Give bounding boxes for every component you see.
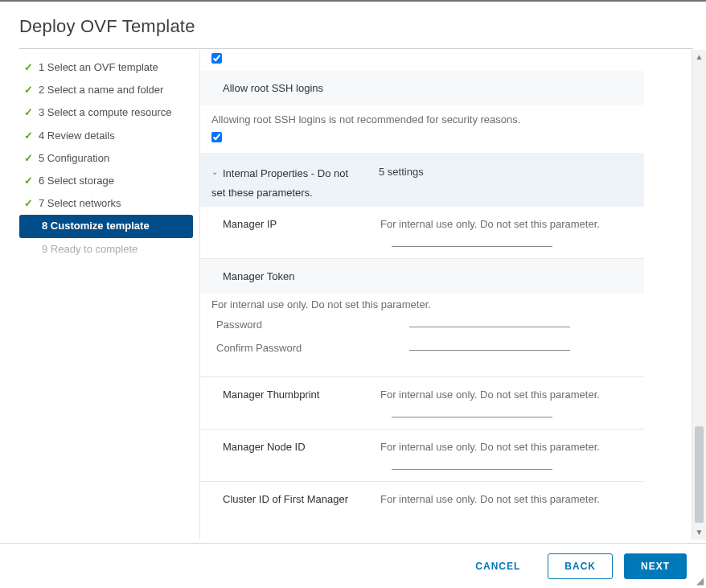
manager-ip-desc: For internal use only. Do not set this p… — [380, 218, 633, 230]
step-4[interactable]: ✓4 Review details — [19, 125, 193, 147]
confirm-password-label: Confirm Password — [216, 342, 409, 354]
step-7[interactable]: ✓7 Select networks — [19, 192, 193, 215]
deploy-ovf-dialog: Deploy OVF Template ✓1 Select an OVF tem… — [0, 0, 706, 588]
password-label: Password — [216, 319, 409, 331]
scroll-up-arrow-icon[interactable]: ▲ — [692, 50, 706, 64]
checkbox-row-ssh — [200, 129, 644, 153]
manager-ip-label: Manager IP — [211, 218, 380, 230]
allow-ssh-note: Allowing root SSH logins is not recommen… — [200, 105, 644, 129]
allow-ssh-row: Allow root SSH logins — [200, 71, 644, 105]
manager-node-desc: For internal use only. Do not set this p… — [380, 441, 633, 453]
manager-node-id-property: Manager Node ID For internal use only. D… — [200, 430, 644, 482]
dialog-footer: CANCEL BACK NEXT — [0, 543, 706, 588]
step-9: 9 Ready to complete — [19, 238, 193, 261]
top-checkbox[interactable] — [211, 53, 222, 64]
back-button[interactable]: BACK — [548, 553, 613, 579]
step-3[interactable]: ✓3 Select a compute resource — [19, 101, 193, 124]
check-icon: ✓ — [24, 196, 34, 211]
manager-thumb-label: Manager Thumbprint — [211, 389, 380, 401]
group-title-line2: set these parameters. — [211, 182, 633, 199]
cluster-id-desc: For internal use only. Do not set this p… — [380, 493, 633, 505]
manager-token-label: Manager Token — [211, 270, 633, 282]
cluster-id-label: Cluster ID of First Manager — [211, 493, 380, 505]
next-button[interactable]: NEXT — [624, 553, 687, 579]
checkbox-row-top — [200, 50, 644, 71]
main-wrap: Allow root SSH logins Allowing root SSH … — [199, 50, 706, 540]
wizard-steps: ✓1 Select an OVF template ✓2 Select a na… — [0, 50, 199, 540]
manager-thumb-input[interactable] — [392, 417, 552, 417]
step-2[interactable]: ✓2 Select a name and folder — [19, 79, 193, 101]
group-count: 5 settings — [379, 166, 424, 178]
chevron-down-icon: ⌄ — [211, 166, 218, 176]
vertical-scrollbar[interactable]: ▲ ▼ — [692, 50, 706, 540]
step-6[interactable]: ✓6 Select storage — [19, 170, 193, 192]
manager-thumb-desc: For internal use only. Do not set this p… — [380, 389, 633, 401]
check-icon: ✓ — [24, 129, 34, 143]
step-8-current[interactable]: 8 Customize template — [19, 215, 193, 237]
step-1[interactable]: ✓1 Select an OVF template — [19, 56, 193, 79]
scroll-down-arrow-icon[interactable]: ▼ — [692, 525, 706, 540]
scrollbar-track[interactable] — [692, 64, 706, 525]
cancel-button[interactable]: CANCEL — [459, 553, 536, 579]
dialog-body: ✓1 Select an OVF template ✓2 Select a na… — [0, 50, 706, 540]
manager-node-label: Manager Node ID — [211, 441, 380, 453]
confirm-password-input[interactable] — [409, 350, 570, 351]
divider — [19, 48, 693, 49]
group-title-line1: Internal Properties - Do not — [223, 166, 379, 182]
allow-ssh-checkbox[interactable] — [211, 132, 222, 142]
internal-properties-group-header[interactable]: ⌄ Internal Properties - Do not 5 setting… — [200, 153, 644, 207]
scrollbar-thumb[interactable] — [695, 426, 704, 523]
manager-node-input[interactable] — [392, 469, 552, 470]
manager-ip-property: Manager IP For internal use only. Do not… — [200, 207, 644, 259]
manager-ip-input[interactable] — [392, 246, 552, 247]
manager-token-note: For internal use only. Do not set this p… — [211, 298, 633, 310]
form-content: Allow root SSH logins Allowing root SSH … — [200, 50, 644, 507]
check-icon: ✓ — [24, 151, 34, 166]
step-5[interactable]: ✓5 Configuration — [19, 147, 193, 170]
check-icon: ✓ — [24, 174, 34, 188]
resize-handle-icon[interactable]: ◢ — [696, 575, 704, 586]
manager-token-row: Manager Token — [200, 259, 644, 294]
allow-ssh-label: Allow root SSH logins — [211, 82, 633, 94]
dialog-title: Deploy OVF Template — [0, 2, 706, 48]
password-input[interactable] — [409, 327, 570, 327]
form-scroll-area: Allow root SSH logins Allowing root SSH … — [199, 50, 692, 540]
manager-thumbprint-property: Manager Thumbprint For internal use only… — [200, 377, 644, 430]
check-icon: ✓ — [24, 105, 34, 120]
manager-token-block: For internal use only. Do not set this p… — [200, 294, 644, 377]
check-icon: ✓ — [24, 83, 34, 97]
cluster-id-property: Cluster ID of First Manager For internal… — [200, 482, 644, 507]
check-icon: ✓ — [24, 60, 34, 75]
